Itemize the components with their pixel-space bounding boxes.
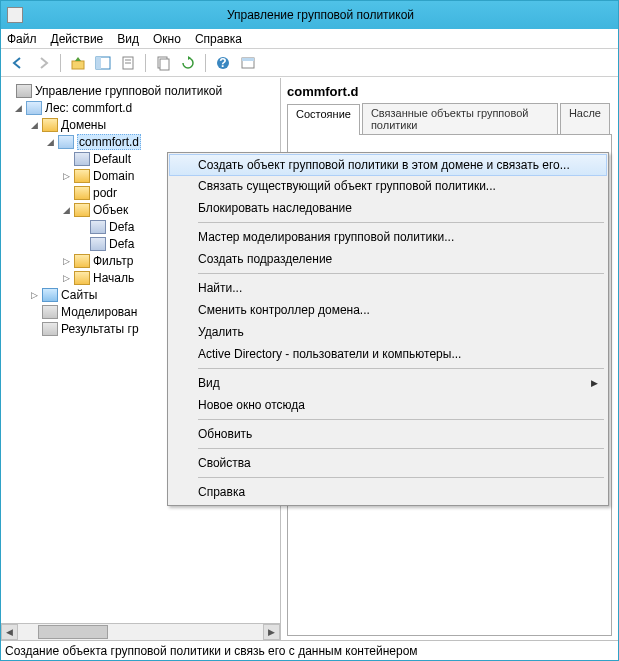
scroll-right-button[interactable]: ▶ (263, 624, 280, 640)
status-text: Создание объекта групповой политики и св… (5, 644, 418, 658)
results-icon (42, 322, 58, 336)
tree-gpo-container[interactable]: Объек (93, 203, 128, 217)
menu-action[interactable]: Действие (51, 32, 104, 46)
cm-view[interactable]: Вид▶ (170, 372, 606, 394)
cm-create-gpo-link[interactable]: Создать объект групповой политики в этом… (169, 154, 607, 176)
svg-rect-0 (72, 61, 84, 69)
window-title: Управление групповой политикой (29, 8, 612, 22)
tree-modeling[interactable]: Моделирован (61, 305, 137, 319)
domain-icon (58, 135, 74, 149)
menu-view[interactable]: Вид (117, 32, 139, 46)
properties-button[interactable] (117, 52, 139, 74)
cm-delete[interactable]: Удалить (170, 321, 606, 343)
folder-icon (74, 203, 90, 217)
details-heading: commfort.d (287, 82, 612, 103)
tree-gpo-2[interactable]: Defa (109, 237, 134, 251)
tab-inheritance[interactable]: Насле (560, 103, 610, 134)
tree-root[interactable]: Управление групповой политикой (35, 84, 222, 98)
gpo-icon (90, 220, 106, 234)
menu-help[interactable]: Справка (195, 32, 242, 46)
cm-block-inheritance[interactable]: Блокировать наследование (170, 197, 606, 219)
expander[interactable]: ◢ (45, 137, 55, 147)
forest-icon (26, 101, 42, 115)
expander[interactable]: ◢ (29, 120, 39, 130)
tab-linked-gpos[interactable]: Связанные объекты групповой политики (362, 103, 558, 134)
cm-new-window[interactable]: Новое окно отсюда (170, 394, 606, 416)
up-button[interactable] (67, 52, 89, 74)
back-button[interactable] (7, 52, 29, 74)
tree-sites[interactable]: Сайты (61, 288, 97, 302)
gpo-icon (90, 237, 106, 251)
menu-file[interactable]: Файл (7, 32, 37, 46)
folder-icon (74, 271, 90, 285)
expander[interactable]: ▷ (61, 256, 71, 266)
context-menu: Создать объект групповой политики в этом… (167, 152, 609, 506)
expander[interactable]: ▷ (29, 290, 39, 300)
tree-forest[interactable]: Лес: commfort.d (45, 101, 132, 115)
help-button[interactable]: ? (212, 52, 234, 74)
folder-icon (74, 254, 90, 268)
toolbar: ? (1, 49, 618, 77)
cm-modeling-wizard[interactable]: Мастер моделирования групповой политики.… (170, 226, 606, 248)
tree-gpo-1[interactable]: Defa (109, 220, 134, 234)
console-root-icon (16, 84, 32, 98)
tree-domains[interactable]: Домены (61, 118, 106, 132)
cm-aduc[interactable]: Active Directory - пользователи и компью… (170, 343, 606, 365)
ou-icon (74, 169, 90, 183)
cm-refresh[interactable]: Обновить (170, 423, 606, 445)
refresh-button[interactable] (177, 52, 199, 74)
tree-wmi[interactable]: Фильтр (93, 254, 133, 268)
show-tree-button[interactable] (92, 52, 114, 74)
expander[interactable]: ◢ (61, 205, 71, 215)
scroll-left-button[interactable]: ◀ (1, 624, 18, 640)
forward-button[interactable] (32, 52, 54, 74)
ou-icon (74, 186, 90, 200)
menu-window[interactable]: Окно (153, 32, 181, 46)
cm-create-ou[interactable]: Создать подразделение (170, 248, 606, 270)
cm-properties[interactable]: Свойства (170, 452, 606, 474)
options-button[interactable] (237, 52, 259, 74)
tree-default[interactable]: Default (93, 152, 131, 166)
submenu-arrow-icon: ▶ (591, 378, 598, 388)
folder-icon (42, 118, 58, 132)
menubar: Файл Действие Вид Окно Справка (1, 29, 618, 49)
tree-domain[interactable]: commfort.d (77, 134, 141, 150)
scroll-thumb[interactable] (38, 625, 108, 639)
svg-text:?: ? (219, 56, 226, 70)
tree-starter[interactable]: Началь (93, 271, 134, 285)
copy-button[interactable] (152, 52, 174, 74)
modeling-icon (42, 305, 58, 319)
cm-find[interactable]: Найти... (170, 277, 606, 299)
tree-domain-controllers[interactable]: Domain (93, 169, 134, 183)
svg-rect-7 (160, 59, 169, 70)
statusbar: Создание объекта групповой политики и св… (1, 640, 618, 660)
tab-status[interactable]: Состояние (287, 104, 360, 135)
expander[interactable]: ▷ (61, 171, 71, 181)
tree-podr[interactable]: podr (93, 186, 117, 200)
titlebar[interactable]: Управление групповой политикой (1, 1, 618, 29)
cm-link-existing-gpo[interactable]: Связать существующий объект групповой по… (170, 175, 606, 197)
expander[interactable]: ◢ (13, 103, 23, 113)
app-icon (7, 7, 23, 23)
horizontal-scrollbar[interactable]: ◀ ▶ (1, 623, 280, 640)
sites-icon (42, 288, 58, 302)
gpo-link-icon (74, 152, 90, 166)
cm-change-dc[interactable]: Сменить контроллер домена... (170, 299, 606, 321)
tree-results[interactable]: Результаты гр (61, 322, 139, 336)
expander[interactable]: ▷ (61, 273, 71, 283)
svg-rect-2 (96, 57, 101, 69)
cm-help[interactable]: Справка (170, 481, 606, 503)
tabs: Состояние Связанные объекты групповой по… (287, 103, 612, 135)
scroll-track[interactable] (18, 624, 263, 640)
cm-view-label: Вид (198, 376, 220, 390)
svg-rect-11 (242, 58, 254, 61)
